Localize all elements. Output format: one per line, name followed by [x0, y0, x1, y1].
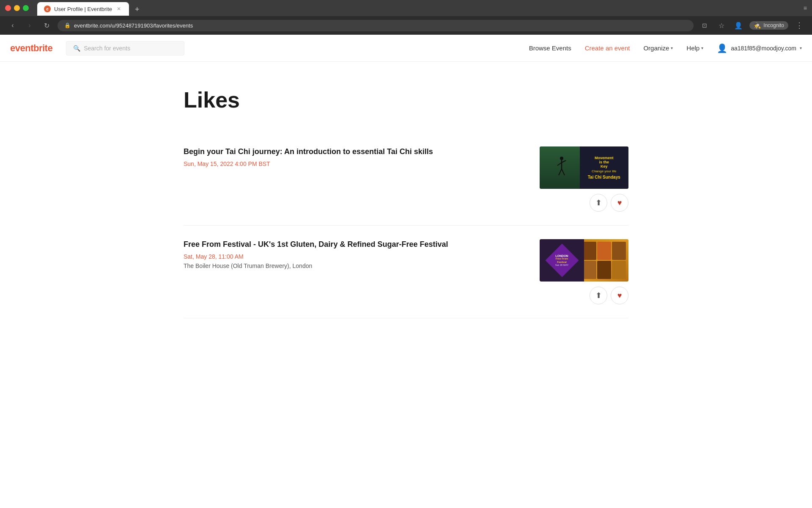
eventbrite-logo[interactable]: eventbrite — [10, 43, 52, 54]
tab-title: User Profile | Eventbrite — [54, 6, 112, 12]
nav-links: Browse Events Create an event Organize ▾… — [529, 43, 802, 53]
food-item — [597, 242, 611, 260]
festival-diamond-wrapper: LONDON Free FromFestival Sat 28 MAY — [548, 246, 576, 275]
food-item — [582, 261, 596, 279]
event-info-1: Begin your Tai Chi journey: An introduct… — [184, 146, 526, 170]
help-chevron-icon: ▾ — [701, 46, 703, 50]
svg-line-5 — [562, 169, 565, 175]
back-icon: ‹ — [11, 22, 14, 29]
refresh-icon: ↻ — [44, 22, 49, 30]
tab-close-button[interactable]: ✕ — [115, 6, 122, 12]
traffic-light-red[interactable] — [5, 5, 11, 11]
event-right-1: Movement is the Key Change your life Tai… — [540, 146, 628, 212]
festival-text: LONDON Free FromFestival Sat 28 MAY — [555, 254, 569, 266]
more-button[interactable]: ⋮ — [793, 19, 805, 31]
address-bar: ‹ › ↻ 🔒 eventbrite.com/u/952487191903/fa… — [0, 16, 812, 35]
svg-line-3 — [562, 160, 566, 163]
logo-text: eventbrite — [10, 43, 52, 54]
traffic-light-green[interactable] — [23, 5, 29, 11]
url-bar[interactable]: 🔒 eventbrite.com/u/952487191903/favorite… — [58, 20, 694, 31]
window-more-icon: ≡ — [804, 5, 807, 11]
cast-button[interactable]: ⊡ — [699, 19, 710, 31]
user-section[interactable]: 👤 aa181f85@moodjoy.com ▾ — [717, 43, 802, 53]
refresh-button[interactable]: ↻ — [41, 19, 52, 31]
food-item — [612, 242, 626, 260]
tab-bar: User Profile | Eventbrite ✕ + — [32, 0, 797, 16]
svg-line-2 — [557, 163, 562, 166]
heart-icon-1: ♥ — [617, 199, 622, 207]
nav-create-event[interactable]: Create an event — [585, 44, 630, 52]
url-text: eventbrite.com/u/952487191903/favorites/… — [74, 22, 687, 29]
user-email: aa181f85@moodjoy.com — [731, 45, 796, 52]
food-grid — [580, 239, 629, 282]
event-info-2: Free From Festival - UK's 1st Gluten, Da… — [184, 239, 526, 269]
organize-chevron-icon: ▾ — [671, 46, 673, 50]
bookmark-button[interactable]: ☆ — [716, 19, 727, 31]
back-button[interactable]: ‹ — [7, 19, 19, 31]
share-button-2[interactable]: ⬆ — [590, 287, 607, 304]
event-location-2: The Boiler House (Old Truman Brewery), L… — [184, 262, 526, 269]
event-actions-2: ⬆ ♥ — [590, 287, 628, 304]
event-date-1: Sun, May 15, 2022 4:00 PM BST — [184, 160, 526, 167]
food-item — [582, 242, 596, 260]
tai-chi-text-bg: Movement is the Key Change your life Tai… — [580, 146, 629, 189]
share-button-1[interactable]: ⬆ — [590, 194, 607, 212]
tai-chi-line4: Change your life — [592, 169, 616, 173]
user-chevron-icon: ▾ — [800, 46, 802, 50]
svg-line-4 — [559, 169, 562, 175]
new-tab-button[interactable]: + — [132, 3, 143, 16]
browser-titlebar: User Profile | Eventbrite ✕ + ≡ — [0, 0, 812, 16]
nav-organize-label: Organize — [643, 44, 669, 52]
food-item — [612, 261, 626, 279]
nav-organize[interactable]: Organize ▾ — [643, 44, 673, 52]
search-placeholder: Search for events — [84, 45, 130, 52]
browser-window-actions: ≡ — [804, 5, 807, 11]
page-title: Likes — [184, 87, 628, 113]
tai-chi-nature-bg — [540, 146, 584, 189]
tai-chi-line1: Movement — [595, 156, 614, 160]
food-bg — [580, 239, 629, 282]
event-actions-1: ⬆ ♥ — [590, 194, 628, 212]
festival-logo-bg: LONDON Free FromFestival Sat 28 MAY — [540, 239, 584, 282]
logo-ventbrite: ventbrite — [15, 43, 52, 53]
food-item — [597, 261, 611, 279]
more-icon: ⋮ — [796, 21, 803, 30]
svg-point-0 — [560, 157, 563, 160]
traffic-light-yellow[interactable] — [14, 5, 20, 11]
profile-button[interactable]: 👤 — [732, 19, 744, 31]
profile-icon: 👤 — [734, 22, 743, 30]
lock-icon: 🔒 — [64, 22, 71, 28]
active-tab[interactable]: User Profile | Eventbrite ✕ — [37, 2, 129, 16]
event-image-2: LONDON Free FromFestival Sat 28 MAY — [540, 239, 628, 282]
festival-free-from-text: Free FromFestival — [556, 257, 568, 263]
heart-icon-2: ♥ — [617, 291, 622, 300]
user-avatar-icon: 👤 — [717, 43, 727, 53]
tai-chi-line2: is the — [599, 160, 609, 164]
nav-browse-events[interactable]: Browse Events — [529, 44, 571, 52]
website: eventbrite 🔍 Search for events Browse Ev… — [0, 35, 812, 352]
forward-icon: › — [28, 22, 30, 29]
share-icon-1: ⬆ — [595, 198, 602, 207]
tai-chi-figure-svg — [557, 156, 567, 179]
table-row: Free From Festival - UK's 1st Gluten, Da… — [184, 226, 628, 318]
event-image-1: Movement is the Key Change your life Tai… — [540, 146, 628, 189]
like-button-2[interactable]: ♥ — [611, 287, 628, 304]
forward-button[interactable]: › — [24, 19, 36, 31]
incognito-badge: 🕵 Incognito — [749, 21, 788, 30]
like-button-1[interactable]: ♥ — [611, 194, 628, 212]
traffic-lights — [5, 5, 29, 11]
event-title-2[interactable]: Free From Festival - UK's 1st Gluten, Da… — [184, 239, 526, 250]
nav-help[interactable]: Help ▾ — [686, 44, 703, 52]
logo-e: e — [10, 43, 15, 53]
site-navigation: eventbrite 🔍 Search for events Browse Ev… — [0, 35, 812, 62]
event-list: Begin your Tai Chi journey: An introduct… — [184, 133, 628, 318]
event-title-1[interactable]: Begin your Tai Chi journey: An introduct… — [184, 146, 526, 157]
nav-help-label: Help — [686, 44, 700, 52]
incognito-icon: 🕵 — [754, 22, 761, 29]
table-row: Begin your Tai Chi journey: An introduct… — [184, 133, 628, 226]
festival-date-small: Sat 28 MAY — [555, 264, 569, 266]
search-icon: 🔍 — [73, 45, 80, 52]
search-bar[interactable]: 🔍 Search for events — [66, 41, 184, 55]
festival-london-text: LONDON — [555, 254, 568, 257]
star-icon: ☆ — [719, 22, 724, 30]
